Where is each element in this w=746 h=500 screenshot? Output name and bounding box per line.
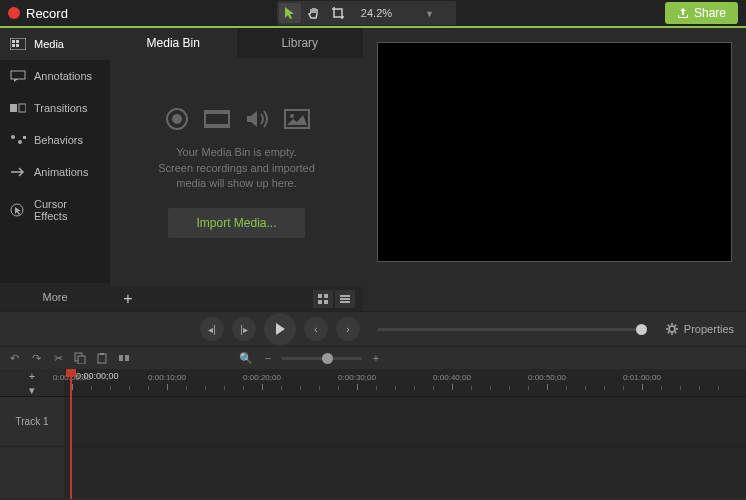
sidebar-item-label: Transitions: [34, 102, 87, 114]
svg-rect-22: [324, 300, 328, 304]
audio-media-icon: [243, 107, 271, 131]
more-button[interactable]: More: [0, 283, 110, 311]
playback-bar: ◂| |▸ ‹ › Properties: [0, 311, 746, 347]
svg-point-26: [669, 326, 675, 332]
zoom-fit-icon[interactable]: 🔍: [238, 350, 254, 366]
sidebar-item-label: Cursor Effects: [34, 198, 100, 222]
prev-marker-button[interactable]: ‹: [304, 317, 328, 341]
zoom-dropdown[interactable]: 24.2% ▼: [353, 5, 454, 21]
tab-library[interactable]: Library: [237, 28, 364, 58]
svg-rect-29: [98, 354, 106, 363]
sidebar-item-cursor-effects[interactable]: Cursor Effects: [0, 188, 110, 232]
svg-rect-32: [125, 355, 129, 361]
canvas-tools: 24.2% ▼: [277, 1, 456, 25]
timeline-tracks: Track 1: [0, 397, 746, 497]
scrubber-handle[interactable]: [636, 324, 647, 335]
sidebar-item-animations[interactable]: Animations: [0, 156, 110, 188]
svg-rect-3: [12, 44, 15, 47]
record-label: Record: [26, 6, 68, 21]
record-icon: [8, 7, 20, 19]
prev-frame-button[interactable]: ◂|: [200, 317, 224, 341]
media-icon: [10, 38, 26, 50]
annotations-icon: [10, 70, 26, 82]
zoom-in-button[interactable]: +: [368, 350, 384, 366]
svg-rect-15: [205, 111, 229, 114]
track-area[interactable]: [64, 397, 746, 497]
record-button[interactable]: Record: [8, 6, 68, 21]
properties-button[interactable]: Properties: [665, 322, 734, 336]
add-track-button[interactable]: +: [24, 370, 40, 382]
svg-rect-17: [285, 110, 309, 128]
copy-button[interactable]: [72, 350, 88, 366]
svg-rect-23: [340, 295, 350, 297]
undo-button[interactable]: ↶: [6, 350, 22, 366]
share-label: Share: [694, 6, 726, 20]
svg-point-18: [290, 114, 294, 118]
svg-rect-4: [16, 44, 19, 47]
play-button[interactable]: [264, 313, 296, 345]
sidebar-item-label: Media: [34, 38, 64, 50]
timeline-header: + ▾ 0:00:00;00 0:00:00;000:00:10;000:00:…: [0, 369, 746, 397]
svg-rect-7: [19, 104, 26, 112]
sidebar-item-annotations[interactable]: Annotations: [0, 60, 110, 92]
zoom-out-button[interactable]: −: [260, 350, 276, 366]
track-row[interactable]: [64, 397, 746, 447]
next-frame-button[interactable]: |▸: [232, 317, 256, 341]
behaviors-icon: [10, 134, 26, 146]
animations-icon: [10, 166, 26, 178]
svg-rect-6: [10, 104, 17, 112]
sidebar-item-label: Behaviors: [34, 134, 83, 146]
share-icon: [677, 7, 689, 19]
svg-rect-5: [11, 71, 25, 79]
redo-button[interactable]: ↷: [28, 350, 44, 366]
timeline-zoom-slider[interactable]: 🔍 − +: [238, 350, 384, 366]
preview-panel: [363, 28, 746, 311]
svg-rect-30: [100, 353, 104, 355]
record-media-icon: [163, 107, 191, 131]
sidebar-item-transitions[interactable]: Transitions: [0, 92, 110, 124]
sidebar-item-label: Animations: [34, 166, 88, 178]
crop-tool[interactable]: [327, 3, 349, 23]
bin-tabs: Media Bin Library: [110, 28, 363, 58]
properties-label: Properties: [684, 323, 734, 335]
playhead[interactable]: [70, 369, 72, 499]
sidebar-item-behaviors[interactable]: Behaviors: [0, 124, 110, 156]
sidebar-item-media[interactable]: Media: [0, 28, 110, 60]
collapse-tracks-button[interactable]: ▾: [24, 384, 40, 396]
track-label[interactable]: Track 1: [0, 397, 64, 447]
svg-rect-19: [318, 294, 322, 298]
pan-tool[interactable]: [303, 3, 325, 23]
grid-view-button[interactable]: [313, 290, 333, 308]
chevron-down-icon: ▼: [425, 9, 434, 19]
timeline-ruler[interactable]: 0:00:00;00 0:00:00;000:00:10;000:00:20;0…: [64, 369, 746, 396]
import-media-button[interactable]: Import Media...: [168, 208, 304, 238]
bin-empty-state: Your Media Bin is empty. Screen recordin…: [110, 58, 363, 287]
next-marker-button[interactable]: ›: [336, 317, 360, 341]
timeline: ↶ ↷ ✂ 🔍 − + + ▾ 0:00:00;00 0:00:00;000:0…: [0, 347, 746, 500]
preview-canvas[interactable]: [377, 42, 732, 262]
zoom-thumb[interactable]: [322, 353, 333, 364]
video-media-icon: [203, 107, 231, 131]
svg-rect-20: [324, 294, 328, 298]
svg-rect-2: [16, 40, 19, 43]
cut-button[interactable]: ✂: [50, 350, 66, 366]
zoom-track[interactable]: [282, 357, 362, 360]
svg-rect-28: [78, 356, 85, 364]
svg-rect-10: [23, 136, 26, 139]
svg-rect-31: [119, 355, 123, 361]
svg-rect-24: [340, 298, 350, 300]
select-tool[interactable]: [279, 3, 301, 23]
share-button[interactable]: Share: [665, 2, 738, 24]
timeline-toolbar: ↶ ↷ ✂ 🔍 − +: [0, 347, 746, 369]
svg-rect-25: [340, 301, 350, 303]
split-button[interactable]: [116, 350, 132, 366]
tab-media-bin[interactable]: Media Bin: [110, 28, 237, 58]
svg-point-9: [18, 140, 22, 144]
list-view-button[interactable]: [335, 290, 355, 308]
playback-scrubber[interactable]: [378, 328, 647, 331]
svg-rect-1: [12, 40, 15, 43]
paste-button[interactable]: [94, 350, 110, 366]
add-media-button[interactable]: +: [118, 290, 138, 308]
zoom-value: 24.2%: [361, 7, 392, 19]
top-toolbar: Record 24.2% ▼ Share: [0, 0, 746, 28]
